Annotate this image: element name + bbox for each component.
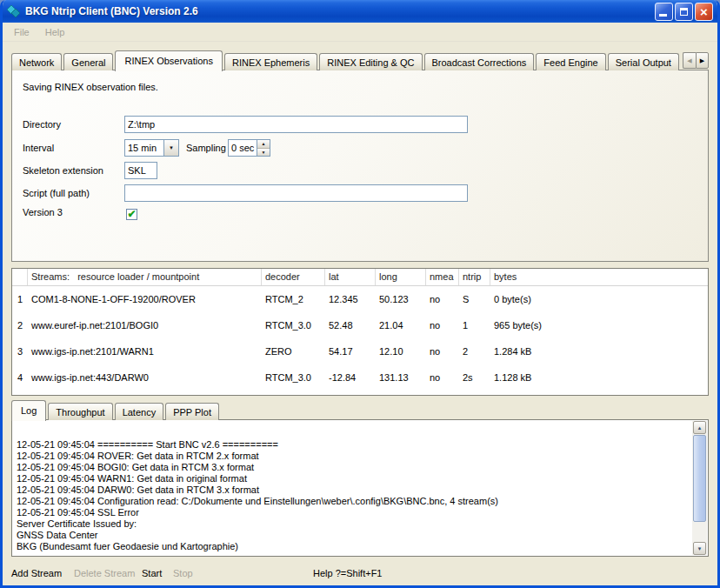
- cell-mountpoint: www.igs-ip.net:2101/WARN1: [28, 346, 262, 357]
- log-line: 12-05-21 09:45:04 BOGI0: Get data in RTC…: [17, 462, 689, 473]
- cell-bytes: 1.128 kB: [490, 372, 708, 383]
- menu-help[interactable]: Help: [37, 25, 73, 39]
- directory-input[interactable]: [124, 116, 468, 133]
- column-header-lat: lat: [325, 269, 376, 285]
- log-line: Server Certificate Issued by:: [17, 518, 689, 530]
- skeleton-extension-label: Skeleton extension: [23, 162, 103, 179]
- cell-ntrip: 2s: [459, 372, 490, 383]
- cell-decoder: ZERO: [262, 346, 325, 357]
- log-text: 12-05-21 09:45:04 ========== Start BNC v…: [17, 439, 689, 552]
- cell-long: 12.10: [376, 346, 426, 357]
- column-header-decoder: decoder: [262, 269, 325, 285]
- cell-long: 50.123: [376, 294, 426, 304]
- column-header-ntrip: ntrip: [459, 269, 490, 285]
- script-path-input[interactable]: [124, 184, 468, 202]
- tab-rinex-editing-qc[interactable]: RINEX Editing & QC: [319, 53, 422, 70]
- table-row[interactable]: 2 www.euref-ip.net:2101/BOGI0 RTCM_3.0 5…: [12, 312, 708, 338]
- chevron-down-icon: ▼: [262, 150, 266, 155]
- column-header-long: long: [376, 269, 426, 285]
- column-header-nmea: nmea: [426, 269, 459, 285]
- tab-network[interactable]: Network: [11, 53, 62, 70]
- up-arrow-icon: ▲: [697, 425, 703, 431]
- app-window: BKG Ntrip Client (BNC) Version 2.6 × Fil…: [0, 0, 720, 588]
- maximize-button[interactable]: [675, 3, 693, 21]
- add-stream-button[interactable]: Add Stream: [11, 568, 62, 578]
- cell-nmea: no: [426, 372, 459, 383]
- tab-serial-output[interactable]: Serial Output: [608, 53, 679, 70]
- interval-combobox[interactable]: 15 min ▼: [124, 139, 179, 157]
- menu-bar: File Help: [3, 23, 717, 42]
- directory-label: Directory: [23, 116, 61, 133]
- cell-mountpoint: COM1-8-NONE-1-OFF-19200/ROVER: [28, 294, 262, 304]
- title-bar[interactable]: BKG Ntrip Client (BNC) Version 2.6 ×: [3, 0, 717, 23]
- table-row[interactable]: 3 www.igs-ip.net:2101/WARN1 ZERO 54.17 1…: [12, 338, 708, 364]
- vertical-scrollbar[interactable]: ▲ ▼: [692, 421, 707, 555]
- scrollbar-thumb[interactable]: [693, 435, 706, 522]
- sampling-spinbox[interactable]: 0 sec ▲ ▼: [228, 139, 270, 157]
- bottom-tab-bar: Log Throughput Latency PPP Plot: [11, 401, 221, 420]
- delete-stream-button[interactable]: Delete Stream: [74, 568, 135, 578]
- start-button[interactable]: Start: [142, 568, 162, 578]
- close-icon: ×: [700, 5, 708, 18]
- right-arrow-icon: ▶: [700, 57, 704, 64]
- tab-rinex-ephemeris[interactable]: RINEX Ephemeris: [224, 53, 317, 70]
- cell-bytes: 0 byte(s): [490, 294, 708, 304]
- tab-rinex-observations[interactable]: RINEX Observations: [115, 50, 222, 71]
- panel-description: Saving RINEX observation files.: [23, 82, 158, 92]
- log-line: 12-05-21 09:45:04 Configuration read: C:…: [17, 496, 689, 507]
- tab-throughput[interactable]: Throughput: [48, 403, 112, 420]
- row-number: 3: [12, 346, 28, 357]
- help-hint: Help ?=Shift+F1: [313, 568, 383, 578]
- cell-bytes: 1.284 kB: [490, 346, 708, 357]
- version3-checkbox[interactable]: ✔: [126, 209, 137, 220]
- log-line: 12-05-21 09:45:04 DARW0: Get data in RTC…: [17, 484, 689, 496]
- interval-label: Interval: [23, 139, 54, 157]
- interval-value: 15 min: [125, 140, 163, 156]
- maximize-icon: [680, 8, 688, 16]
- cell-long: 21.04: [376, 320, 426, 331]
- tab-feed-engine[interactable]: Feed Engine: [536, 53, 605, 70]
- cell-long: 131.13: [376, 372, 426, 383]
- tab-ppp-plot[interactable]: PPP Plot: [165, 403, 219, 420]
- cell-bytes: 965 byte(s): [490, 320, 708, 331]
- spin-down-button[interactable]: ▼: [257, 149, 270, 157]
- corner-header-cell: [12, 269, 28, 285]
- row-number: 1: [12, 294, 28, 304]
- sampling-label: Sampling: [186, 139, 226, 157]
- cell-decoder: RTCM_2: [262, 294, 325, 304]
- cell-lat: 52.48: [325, 320, 376, 331]
- column-header-bytes: bytes: [490, 269, 708, 285]
- tab-scroll-right-button[interactable]: ▶: [696, 52, 709, 69]
- scroll-up-button[interactable]: ▲: [693, 421, 706, 434]
- dropdown-button[interactable]: ▼: [163, 140, 178, 156]
- cell-nmea: no: [426, 320, 459, 331]
- streams-table-header: Streams: resource loader / mountpoint de…: [12, 269, 708, 286]
- menu-file[interactable]: File: [6, 25, 37, 39]
- skeleton-extension-input[interactable]: [124, 162, 157, 179]
- tab-broadcast-corrections[interactable]: Broadcast Corrections: [424, 53, 535, 70]
- close-button[interactable]: ×: [695, 3, 713, 21]
- cell-lat: 12.345: [325, 294, 376, 304]
- down-arrow-icon: ▼: [697, 546, 703, 551]
- tab-general[interactable]: General: [63, 53, 113, 70]
- window-title: BKG Ntrip Client (BNC) Version 2.6: [25, 5, 655, 17]
- chevron-down-icon: ▼: [169, 145, 174, 150]
- log-line: GNSS Data Center: [17, 530, 689, 541]
- cell-lat: -12.84: [325, 372, 376, 383]
- tab-scroll-left-button[interactable]: ◀: [683, 52, 696, 69]
- tab-log[interactable]: Log: [11, 400, 46, 421]
- tab-latency[interactable]: Latency: [115, 403, 164, 420]
- script-path-label: Script (full path): [23, 184, 90, 202]
- table-row[interactable]: 1 COM1-8-NONE-1-OFF-19200/ROVER RTCM_2 1…: [12, 286, 708, 312]
- spin-up-button[interactable]: ▲: [257, 140, 270, 149]
- log-pane[interactable]: 12-05-21 09:45:04 ========== Start BNC v…: [11, 419, 709, 557]
- app-icon: [7, 4, 21, 18]
- check-icon: ✔: [127, 210, 136, 218]
- minimize-button[interactable]: [655, 3, 673, 21]
- cell-decoder: RTCM_3.0: [262, 320, 325, 331]
- scroll-down-button[interactable]: ▼: [693, 542, 706, 555]
- stop-button[interactable]: Stop: [173, 568, 193, 578]
- table-row[interactable]: 4 www.igs-ip.net:443/DARW0 RTCM_3.0 -12.…: [12, 364, 708, 391]
- minimize-icon: [659, 14, 667, 17]
- log-line: 12-05-21 09:45:04 ========== Start BNC v…: [17, 439, 689, 451]
